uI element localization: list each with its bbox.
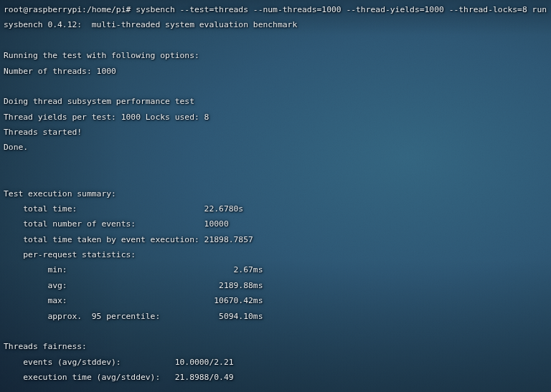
terminal-window[interactable]: root@raspberrypi:/home/pi# sysbench --te… [0,0,551,392]
desktop-background: root@raspberrypi:/home/pi# sysbench --te… [0,0,551,392]
terminal-output: root@raspberrypi:/home/pi# sysbench --te… [4,2,547,385]
